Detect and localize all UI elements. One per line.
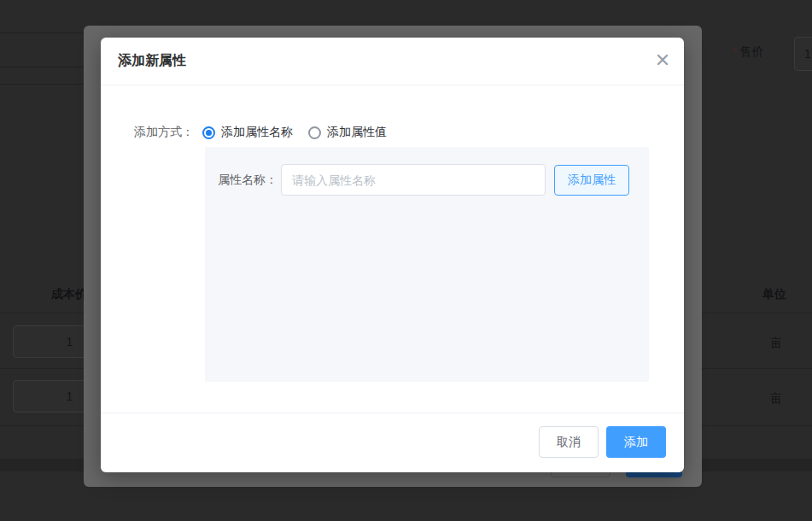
- add-attribute-button[interactable]: 添加属性: [554, 165, 629, 196]
- radio-selected-icon: [202, 126, 215, 139]
- add-mode-row: 添加方式： 添加属性名称 添加属性值: [134, 125, 402, 140]
- cancel-button[interactable]: 取消: [539, 426, 599, 458]
- screen: * 售价 1 成本价 单位 1 亩 1 亩 ✕ 添加新属性 ✕ 添加方式： 添加…: [0, 0, 812, 521]
- header-divider: [101, 85, 684, 85]
- close-icon[interactable]: ✕: [651, 50, 674, 72]
- add-mode-label: 添加方式：: [134, 125, 194, 140]
- radio-unselected-icon: [308, 126, 321, 139]
- add-attribute-dialog: 添加新属性 ✕ 添加方式： 添加属性名称 添加属性值 属性名称： 添加属性 取消…: [101, 38, 684, 472]
- footer-divider: [101, 413, 684, 413]
- attribute-name-row: 属性名称： 添加属性: [218, 164, 629, 196]
- unit-column-header: 单位: [762, 287, 786, 302]
- required-asterisk: *: [733, 44, 737, 60]
- confirm-add-button[interactable]: 添加: [606, 426, 666, 458]
- radio-add-attribute-name[interactable]: 添加属性名称: [202, 125, 293, 140]
- radio-add-attribute-value[interactable]: 添加属性值: [308, 125, 387, 140]
- unit-cell-row2: 亩: [770, 391, 782, 407]
- attribute-name-label: 属性名称：: [218, 173, 277, 188]
- attribute-name-input[interactable]: [281, 164, 546, 196]
- unit-cell-row1: 亩: [770, 336, 782, 351]
- page-divider: [0, 67, 84, 67]
- price-field-label: * 售价: [733, 44, 763, 60]
- attribute-panel: 属性名称： 添加属性: [205, 147, 649, 382]
- cost-column-header: 成本价: [51, 287, 87, 302]
- page-divider: [0, 32, 84, 33]
- page-divider: [0, 84, 84, 85]
- dialog-title: 添加新属性: [118, 52, 186, 70]
- price-input[interactable]: 1: [794, 37, 812, 71]
